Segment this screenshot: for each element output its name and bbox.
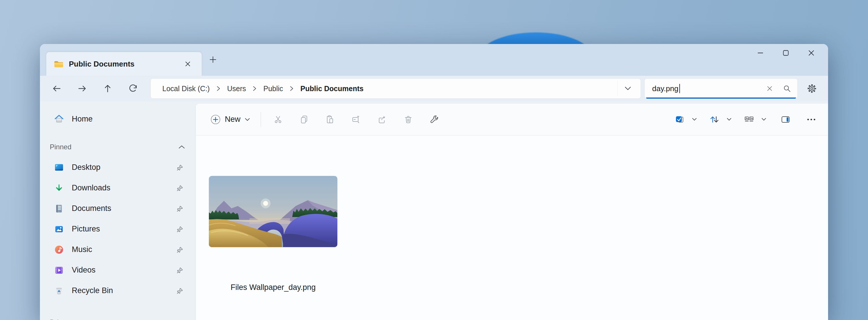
select-dropdown-chevron-icon[interactable] xyxy=(689,110,700,129)
main-panel: New xyxy=(196,104,828,320)
back-icon[interactable] xyxy=(46,79,67,98)
home-icon xyxy=(54,114,64,124)
recycle-bin-icon xyxy=(54,286,64,296)
rename-icon[interactable] xyxy=(343,108,369,131)
pin-icon xyxy=(176,225,184,233)
new-button[interactable]: New xyxy=(206,111,254,128)
sidebar-item-pictures[interactable]: Pictures xyxy=(42,219,193,239)
window-caption-buttons xyxy=(748,44,824,62)
sidebar-item-label: Recycle Bin xyxy=(72,286,113,295)
tab-close-icon[interactable] xyxy=(181,58,194,70)
folder-icon xyxy=(54,60,64,68)
minimize-button[interactable] xyxy=(748,44,773,62)
plus-circle-icon xyxy=(210,114,221,125)
file-explorer-window: Public Documents xyxy=(40,44,828,320)
pin-icon xyxy=(176,184,184,192)
tools-wrench-icon[interactable] xyxy=(421,108,447,131)
breadcrumb-public[interactable]: Public xyxy=(263,83,283,95)
forward-icon[interactable] xyxy=(72,79,93,98)
new-button-label: New xyxy=(225,115,241,124)
pin-icon xyxy=(176,246,184,254)
desktop-icon xyxy=(54,163,64,172)
view-layout-icon[interactable] xyxy=(740,108,758,131)
new-tab-button[interactable] xyxy=(207,52,219,67)
select-icon[interactable] xyxy=(671,108,689,131)
sidebar-section-pinned[interactable]: Pinned xyxy=(40,138,196,156)
details-pane-icon[interactable] xyxy=(777,108,795,131)
chevron-right-icon xyxy=(289,85,294,92)
breadcrumb-public-documents[interactable]: Public Documents xyxy=(300,83,364,95)
sidebar-section-drives[interactable]: Drives xyxy=(40,313,196,320)
chevron-up-icon[interactable] xyxy=(178,145,185,149)
downloads-icon xyxy=(54,183,64,193)
search-input[interactable]: day.png xyxy=(644,78,798,99)
breadcrumb-users[interactable]: Users xyxy=(226,83,247,95)
cut-icon[interactable] xyxy=(265,108,291,131)
sidebar-item-music[interactable]: Music xyxy=(42,239,193,260)
refresh-icon[interactable] xyxy=(123,79,144,98)
title-bar: Public Documents xyxy=(40,44,828,76)
pictures-icon xyxy=(54,224,64,234)
breadcrumb-local-disk[interactable]: Local Disk (C:) xyxy=(162,83,210,95)
sidebar-item-label: Downloads xyxy=(72,184,111,192)
sidebar-item-label: Videos xyxy=(72,266,95,275)
close-button[interactable] xyxy=(799,44,824,62)
divider xyxy=(261,112,261,127)
section-label: Pinned xyxy=(50,143,71,151)
chevron-right-icon xyxy=(252,85,257,92)
sidebar-item-desktop[interactable]: Desktop xyxy=(42,157,193,178)
breadcrumb-bar[interactable]: Local Disk (C:) Users Public Public Docu… xyxy=(151,78,641,99)
window-body: Home Pinned xyxy=(40,101,828,320)
file-thumbnail xyxy=(209,176,337,247)
clear-search-icon[interactable] xyxy=(761,81,778,97)
copy-icon[interactable] xyxy=(291,108,317,131)
file-name-label: Files Wallpaper_day.png xyxy=(209,283,337,292)
gear-icon[interactable] xyxy=(802,79,822,98)
maximize-button[interactable] xyxy=(773,44,799,62)
chevron-right-icon xyxy=(216,85,221,92)
pin-icon xyxy=(176,163,184,171)
tab-public-documents[interactable]: Public Documents xyxy=(46,52,202,76)
sidebar-item-label: Pictures xyxy=(72,225,100,233)
text-caret xyxy=(679,84,680,93)
documents-icon xyxy=(54,204,64,214)
file-list-area[interactable]: Files Wallpaper_day.png xyxy=(196,135,828,320)
videos-icon xyxy=(54,265,64,275)
pin-icon xyxy=(176,204,184,213)
search-icon[interactable] xyxy=(778,81,796,97)
pin-icon xyxy=(176,287,184,295)
sort-dropdown-chevron-icon[interactable] xyxy=(723,110,735,129)
see-more-icon[interactable] xyxy=(803,108,819,131)
search-value: day.png xyxy=(652,84,679,93)
tab-title: Public Documents xyxy=(69,60,134,69)
address-bar-row: Local Disk (C:) Users Public Public Docu… xyxy=(40,76,828,101)
sidebar-item-downloads[interactable]: Downloads xyxy=(42,178,193,198)
sidebar-item-label: Music xyxy=(72,245,92,254)
search-focus-underline xyxy=(646,97,796,99)
up-icon[interactable] xyxy=(97,79,118,98)
sidebar-item-label: Home xyxy=(72,115,93,124)
share-icon[interactable] xyxy=(369,108,395,131)
sort-icon[interactable] xyxy=(705,108,723,131)
chevron-down-icon xyxy=(245,118,250,122)
delete-icon[interactable] xyxy=(395,108,421,131)
navigation-pane: Home Pinned xyxy=(40,101,196,320)
file-item[interactable]: Files Wallpaper_day.png xyxy=(209,176,337,292)
command-bar: New xyxy=(196,104,828,135)
sidebar-item-recycle-bin[interactable]: Recycle Bin xyxy=(42,280,193,301)
sidebar-item-videos[interactable]: Videos xyxy=(42,260,193,280)
pin-icon xyxy=(176,266,184,274)
sidebar-item-label: Desktop xyxy=(72,163,100,172)
address-dropdown-chevron-icon[interactable] xyxy=(617,81,638,97)
paste-icon[interactable] xyxy=(317,108,343,131)
sidebar-item-label: Documents xyxy=(72,204,112,213)
view-tools xyxy=(671,108,819,131)
music-icon xyxy=(54,245,64,255)
sidebar-item-documents[interactable]: Documents xyxy=(42,198,193,219)
sidebar-item-home[interactable]: Home xyxy=(42,109,193,129)
section-label: Drives xyxy=(50,318,69,320)
view-dropdown-chevron-icon[interactable] xyxy=(758,110,770,129)
